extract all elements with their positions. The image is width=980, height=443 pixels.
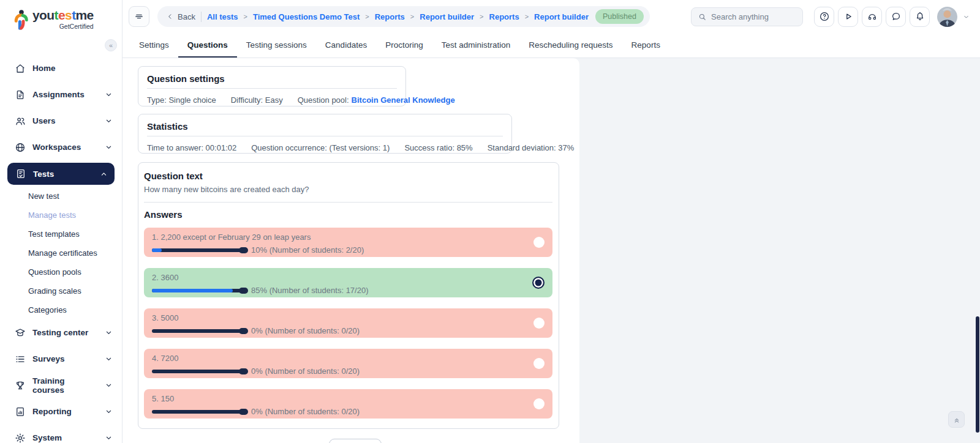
sidebar-collapse-button[interactable]: « xyxy=(105,39,117,51)
breadcrumb-link-reports[interactable]: Reports xyxy=(375,12,405,21)
brand-logo[interactable]: youtestme GetCertified xyxy=(0,0,122,34)
scroll-to-top-button[interactable] xyxy=(948,411,965,428)
menu-toggle-button[interactable] xyxy=(129,6,149,27)
topbar-actions xyxy=(691,7,970,27)
play-icon xyxy=(843,11,854,22)
answer-progress-track xyxy=(152,329,247,333)
breadcrumb-divider xyxy=(201,12,202,22)
avatar[interactable] xyxy=(937,7,957,27)
statistic-item: Question occurrence: (Test versions: 1) xyxy=(244,143,397,152)
sidebar-subitem-new-test[interactable]: New test xyxy=(0,187,122,206)
breadcrumb-link-reports[interactable]: Reports xyxy=(489,12,519,21)
answer-bar-row: 0% (Number of students: 0/20) xyxy=(152,326,526,335)
chevron-up-icon xyxy=(99,169,108,179)
surveys-icon xyxy=(15,354,26,365)
tab-reports[interactable]: Reports xyxy=(622,33,669,58)
answer-result-text: 85% (Number of students: 17/20) xyxy=(251,286,369,295)
wordmark-letter: e xyxy=(58,8,65,22)
sidebar-item-training-courses[interactable]: Training courses xyxy=(0,372,122,398)
sidebar-item-label: System xyxy=(32,433,97,442)
tab-rescheduling-requests[interactable]: Rescheduling requests xyxy=(519,33,622,58)
tab-questions[interactable]: Questions xyxy=(178,33,237,58)
breadcrumb-separator: > xyxy=(410,13,414,20)
sidebar-item-tests[interactable]: Tests xyxy=(7,163,115,185)
answer-radio[interactable] xyxy=(532,277,545,289)
question-setting-link[interactable]: Bitcoin General Knowledge xyxy=(352,95,455,105)
answer-radio[interactable] xyxy=(533,358,545,369)
sidebar: youtestme GetCertified « HomeAssignments… xyxy=(0,0,123,443)
answer-progress-track xyxy=(152,248,247,252)
sidebar-subitem-manage-certificates[interactable]: Manage certificates xyxy=(0,244,122,262)
statistics-title: Statistics xyxy=(138,114,511,136)
home-icon xyxy=(15,63,26,74)
sidebar-item-label: Testing center xyxy=(32,328,97,337)
sidebar-item-users[interactable]: Users xyxy=(0,108,122,134)
brand-wordmark: youtestme xyxy=(32,8,94,23)
sidebar-item-surveys[interactable]: Surveys xyxy=(0,346,122,372)
sidebar-subitem-grading-scales[interactable]: Grading scales xyxy=(0,281,122,300)
status-badge: Published xyxy=(595,9,644,24)
search-icon xyxy=(698,12,707,21)
tab-settings[interactable]: Settings xyxy=(130,33,178,58)
users-icon xyxy=(15,116,26,127)
reporting-icon xyxy=(15,406,26,417)
answer-radio[interactable] xyxy=(533,237,545,248)
sidebar-item-label: Workspaces xyxy=(32,143,97,152)
sidebar-subitem-manage-tests[interactable]: Manage tests xyxy=(0,206,122,225)
sidebar-subitem-question-pools[interactable]: Question pools xyxy=(0,262,122,281)
play-button[interactable] xyxy=(838,7,858,27)
statistics-row: Time to answer: 00:01:02Question occurre… xyxy=(138,136,511,154)
avatar-menu-chevron[interactable] xyxy=(962,13,970,21)
headphones-button[interactable] xyxy=(862,7,882,27)
tab-candidates[interactable]: Candidates xyxy=(316,33,376,58)
sidebar-item-system[interactable]: System xyxy=(0,425,122,443)
double-chevron-left-icon: « xyxy=(109,42,113,49)
answer-bar-row: 0% (Number of students: 0/20) xyxy=(152,407,526,416)
chevron-down-icon xyxy=(104,381,113,390)
answer-bar-row: 10% (Number of students: 2/20) xyxy=(152,245,526,255)
sidebar-subitem-test-templates[interactable]: Test templates xyxy=(0,225,122,244)
partially-visible-button[interactable] xyxy=(329,439,382,443)
help-button[interactable] xyxy=(814,7,834,27)
question-text: How many new bitcoins are created each d… xyxy=(144,185,552,202)
answer-row-1: 1. 2,200 except or February 29 on leap y… xyxy=(144,228,552,257)
assignments-icon xyxy=(15,89,26,100)
breadcrumb-link-report-builder[interactable]: Report builder xyxy=(534,12,589,21)
vertical-scrollbar-thumb[interactable] xyxy=(976,316,979,433)
tests-icon xyxy=(15,168,26,179)
wordmark-letter: you xyxy=(32,8,55,22)
answer-progress-fill xyxy=(152,289,233,292)
progress-end-cap xyxy=(239,368,248,374)
back-button[interactable]: Back xyxy=(166,12,195,21)
answer-radio[interactable] xyxy=(533,398,545,409)
sidebar-item-home[interactable]: Home xyxy=(0,55,122,81)
global-search[interactable] xyxy=(691,7,803,26)
breadcrumb-link-all-tests[interactable]: All tests xyxy=(207,12,238,21)
statistics-card: Statistics Time to answer: 00:01:02Quest… xyxy=(138,114,512,154)
sidebar-subitem-categories[interactable]: Categories xyxy=(0,300,122,319)
sidebar-item-assignments[interactable]: Assignments xyxy=(0,81,122,108)
sidebar-item-workspaces[interactable]: Workspaces xyxy=(0,134,122,160)
answer-radio[interactable] xyxy=(533,318,545,329)
bell-button[interactable] xyxy=(910,7,930,27)
sidebar-item-reporting[interactable]: Reporting xyxy=(0,398,122,425)
chevron-down-icon xyxy=(962,13,970,21)
sidebar-item-testing-center[interactable]: Testing center xyxy=(0,319,122,346)
breadcrumb-link-timed-questions-demo-test[interactable]: Timed Questions Demo Test xyxy=(253,12,360,21)
progress-end-cap xyxy=(239,288,248,294)
answer-label: 5. 150 xyxy=(152,394,526,403)
question-text-title: Question text xyxy=(144,163,552,185)
chat-button[interactable] xyxy=(886,7,906,27)
breadcrumb-link-report-builder[interactable]: Report builder xyxy=(420,12,474,21)
content-column: Question settings Type: Single choiceDif… xyxy=(123,58,579,443)
training-courses-icon xyxy=(15,380,26,391)
search-input[interactable] xyxy=(711,12,796,21)
wordmark-letter: me xyxy=(76,8,94,22)
tab-proctoring[interactable]: Proctoring xyxy=(376,33,432,58)
tab-testing-sessions[interactable]: Testing sessions xyxy=(237,33,316,58)
question-settings-row: Type: Single choiceDifficulty: EasyQuest… xyxy=(138,89,405,106)
chevron-down-icon xyxy=(104,354,113,363)
tab-test-administration[interactable]: Test administration xyxy=(432,33,520,58)
progress-end-cap xyxy=(239,247,248,253)
answer-result-text: 0% (Number of students: 0/20) xyxy=(251,367,360,376)
